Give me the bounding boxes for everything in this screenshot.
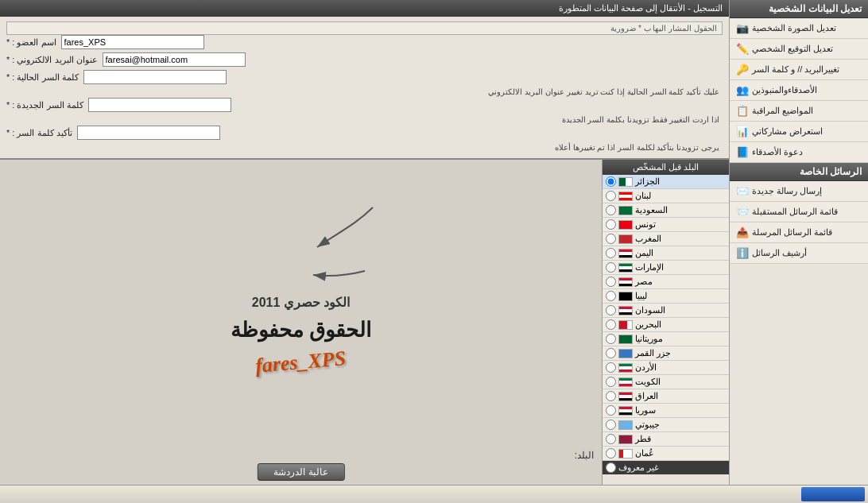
country-item-lb[interactable]: لبنان [603,189,729,203]
country-item-dz[interactable]: الجزائر [603,175,729,189]
flag-dz [618,177,633,187]
country-radio-ae[interactable] [606,262,616,273]
country-item-iq[interactable]: العراق [603,389,729,404]
country-item-qa[interactable]: قطر [603,432,729,447]
country-radio-ma[interactable] [606,234,616,244]
new-pass-label: كلمة السر الجديدة : * [6,100,83,110]
country-radio-om[interactable] [606,448,616,459]
country-item-ma[interactable]: المغرب [603,232,729,246]
country-item-tn[interactable]: تونس [603,218,729,232]
sidebar-item-edit-signature[interactable]: تعديل التوقيع الشخصي ✏️ [730,39,868,60]
sent-icon: 📤 [736,226,749,238]
country-item-mr[interactable]: موريتانيا [603,332,729,346]
sidebar-item-sent[interactable]: قائمة الرسائل المرسلة 📤 [730,222,868,243]
country-radio-iq[interactable] [606,391,616,401]
country-label-text: البلد: [575,450,594,461]
country-radio-lb[interactable] [606,191,616,201]
member-name-label: اسم العضو : * [6,37,56,48]
sidebar-item-label: إرسال رسالة جديدة [752,186,822,196]
country-radio-unknown[interactable] [606,462,616,473]
country-item-ae[interactable]: الإمارات [603,261,729,275]
country-item-eg[interactable]: مصر [603,275,729,289]
form-area: الحقول المشار اليها ب * ضرورية اسم العضو… [0,17,729,160]
country-radio-ly[interactable] [606,291,616,301]
country-item-bh[interactable]: البحرين [603,318,729,332]
confirm-pass-input[interactable] [77,126,220,140]
sidebar-item-watched-topics[interactable]: المواضيع المراقبة 📋 [730,101,868,122]
new-pass-row: كلمة السر الجديدة : * [6,98,723,112]
flag-sd [618,306,633,315]
new-pass-input[interactable] [88,98,231,112]
country-name: سوريا [635,405,656,416]
camera-icon: 📷 [736,22,749,34]
country-item-sd[interactable]: السودان [603,304,729,318]
country-radio-km[interactable] [606,348,616,358]
country-item-ye[interactable]: اليمن [603,246,729,261]
sidebar-item-inbox[interactable]: قائمة الرسائل المستقبلة 📨 [730,202,868,222]
invite-icon: 📘 [736,146,749,158]
sidebar-item-change-password[interactable]: تغييرالبريد // و كلمة السر 🔑 [730,60,868,80]
inbox-icon: 📨 [736,206,749,218]
country-radio-dj[interactable] [606,420,616,430]
country-radio-tn[interactable] [606,219,616,230]
sidebar-item-edit-photo[interactable]: تعديل الصورة الشخصية 📷 [730,18,868,39]
country-radio-sa[interactable] [606,205,616,215]
country-name: جزر القمر [635,348,671,358]
sidebar-item-label: تعديل الصورة الشخصية [752,23,836,33]
flag-qa [618,435,633,444]
sidebar-item-friends[interactable]: الأصدقاءوالمنبوذين 👥 [730,80,868,101]
country-item-om[interactable]: عُمان [603,447,729,461]
start-button[interactable] [801,487,865,501]
country-radio-bh[interactable] [606,319,616,330]
sidebar-section-title-2: الرسائل الخاصة [730,163,868,181]
sidebar-item-archive[interactable]: أرشيف الرسائل ℹ️ [730,243,868,264]
country-radio-dz[interactable] [606,176,616,187]
taskbar [0,485,868,503]
country-item-km[interactable]: جزر القمر [603,346,729,361]
country-radio-ye[interactable] [606,248,616,258]
email-row: عنوان البريد الالكتروني : * [6,52,723,67]
flag-tn [618,220,633,230]
country-item-sa[interactable]: السعودية [603,203,729,218]
new-pass-hint: اذا اردت التغيير فقط تزويدنا بكلمة السر … [6,115,723,124]
country-name: جيبوتي [635,420,660,430]
sidebar-item-send-message[interactable]: إرسال رسالة جديدة ✉️ [730,181,868,202]
country-item-kw[interactable]: الكويت [603,375,729,389]
flag-om [618,449,633,459]
chat-button[interactable]: عالبة الدردشة [257,463,344,481]
country-item-sy[interactable]: سوريا [603,404,729,418]
country-item-unknown[interactable]: غير معروف [603,461,729,474]
country-radio-sd[interactable] [606,305,616,315]
email-input[interactable] [103,52,246,67]
country-radio-jo[interactable] [606,362,616,373]
archive-icon: ℹ️ [736,247,749,259]
sidebar-item-my-posts[interactable]: استعراض مشاركاتي 📊 [730,122,868,142]
confirm-pass-row: تأكيد كلمة السر : * [6,126,723,140]
country-item-dj[interactable]: جيبوتي [603,418,729,432]
required-hint: الحقول المشار اليها ب * ضرورية [6,21,723,35]
flag-dj [618,420,633,430]
confirm-pass-hint: يرجى تزويدنا بتأكيد لكلمة السر اذا تم تغ… [6,143,723,152]
country-name: المغرب [635,234,661,244]
current-pass-label: كلمة السر الحالية : * [6,72,79,83]
topics-icon: 📋 [736,105,749,117]
fares-logo: fares_XPS [255,350,346,374]
member-name-input[interactable] [61,35,204,49]
country-item-jo[interactable]: الأردن [603,361,729,375]
friends-icon: 👥 [736,84,749,96]
country-radio-eg[interactable] [606,277,616,287]
country-name: الجزائر [635,176,660,187]
rights-text: الحقوق محفوظة [231,318,371,342]
current-pass-input[interactable] [83,70,227,84]
flag-km [618,349,633,358]
country-name: لبنان [635,191,651,201]
country-radio-qa[interactable] [606,434,616,444]
country-item-ly[interactable]: ليبيا [603,289,729,304]
send-message-icon: ✉️ [736,185,749,197]
current-pass-row: كلمة السر الحالية : * [6,70,723,84]
country-radio-mr[interactable] [606,334,616,344]
sidebar-item-invite-friends[interactable]: دعوة الأصدقاء 📘 [730,142,868,163]
country-radio-kw[interactable] [606,377,616,387]
country-list-panel: البلد قبل المشخّص الجزائر لبنان السعودية [602,160,729,485]
country-radio-sy[interactable] [606,405,616,416]
